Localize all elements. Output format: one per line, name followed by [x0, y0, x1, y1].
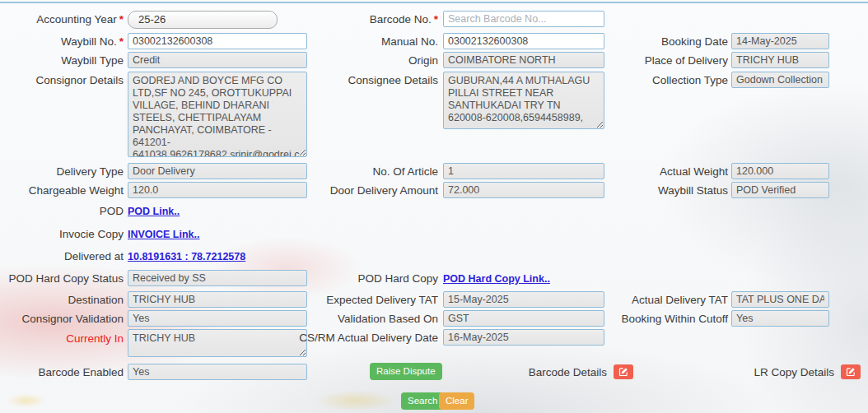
consignor-details-label-text: Consignor Details [35, 74, 124, 86]
no-of-article-label: No. Of Article [296, 165, 438, 179]
barcode-no-input[interactable] [443, 11, 604, 27]
barcode-no-label-text: Barcode No. [370, 13, 432, 26]
csrm-actual-delivery-date-label: CS/RM Actual Delivery Date [296, 332, 438, 345]
destination-label: Destination [2, 294, 124, 307]
pod-hard-copy-status-label: POD Hard Copy Status [2, 272, 124, 285]
waybill-status-input [731, 182, 829, 198]
chargeable-weight-label: Chargeable Weight [2, 184, 124, 197]
actual-delivery-tat-label: Actual Delivery TAT [585, 294, 728, 307]
chargeable-weight-label-text: Chargeable Weight [29, 184, 124, 197]
waybill-type-label-text: Waybill Type [61, 54, 124, 67]
place-of-delivery-label-text: Place of Delivery [645, 54, 728, 67]
delivered-at-coordinates-link[interactable]: 10.8191631 : 78.7212578 [128, 251, 245, 262]
consignor-validation-label: Consignor Validation [2, 313, 124, 326]
currently-in-label: Currently In [2, 332, 124, 346]
required-star: * [434, 13, 438, 26]
lr-copy-details-label: LR Copy Details [721, 366, 834, 379]
lr-copy-details-edit-button[interactable] [841, 364, 861, 379]
barcode-details-edit-button[interactable] [614, 364, 633, 379]
search-button[interactable]: Search [401, 392, 444, 410]
origin-label: Origin [296, 54, 438, 67]
expected-delivery-tat-label: Expected Delivery TAT [296, 294, 438, 307]
pod-hard-copy-status-input [128, 270, 307, 286]
csrm-actual-delivery-date-input [443, 329, 604, 346]
delivery-type-label-text: Delivery Type [56, 165, 124, 178]
waybill-status-label: Waybill Status [585, 184, 728, 197]
actual-delivery-tat-label-text: Actual Delivery TAT [632, 294, 728, 306]
invoice-copy-link[interactable]: INVOICE Link.. [128, 229, 200, 240]
booking-date-label: Booking Date [585, 35, 728, 49]
consignee-details-label-text: Consignee Details [348, 74, 438, 86]
pod-label: POD [2, 205, 124, 218]
origin-label-text: Origin [408, 54, 438, 67]
pod-hard-copy-label-text: POD Hard Copy [357, 272, 438, 285]
waybill-type-input [128, 52, 307, 68]
accounting-year-select[interactable]: 25-26 [128, 11, 278, 29]
collection-type-input [731, 72, 829, 88]
delivery-type-input [128, 163, 307, 179]
edit-pencil-icon [846, 367, 856, 377]
actual-delivery-tat-input [731, 291, 829, 308]
consignor-details-label: Consignor Details [2, 74, 124, 87]
delivered-at-label-text: Delivered at [64, 250, 124, 262]
barcode-no-label: Barcode No.* [296, 13, 438, 26]
pod-label-text: POD [100, 205, 124, 217]
required-star: * [119, 35, 124, 48]
chargeable-weight-input [128, 182, 307, 198]
accounting-year-label: Accounting Year* [2, 13, 124, 26]
raise-dispute-button[interactable]: Raise Dispute [370, 363, 442, 380]
manual-no-label: Manual No. [296, 35, 438, 49]
booking-date-input [731, 33, 829, 49]
waybill-no-label: Waybill No.* [2, 35, 124, 49]
delivered-at-label: Delivered at [2, 250, 124, 263]
destination-label-text: Destination [68, 294, 124, 306]
manual-no-input[interactable] [443, 33, 604, 49]
waybill-status-label-text: Waybill Status [658, 184, 728, 197]
consignee-details-label: Consignee Details [296, 74, 438, 87]
csrm-actual-delivery-date-label-text: CS/RM Actual Delivery Date [299, 332, 438, 344]
expected-delivery-tat-input [443, 291, 604, 308]
delivery-type-label: Delivery Type [2, 165, 124, 179]
currently-in-label-text: Currently In [66, 332, 124, 345]
place-of-delivery-label: Place of Delivery [585, 54, 728, 67]
door-delivery-amount-input [443, 182, 604, 198]
waybill-no-input[interactable] [128, 33, 307, 49]
no-of-article-input [443, 163, 604, 179]
destination-input [128, 291, 307, 308]
collection-type-label: Collection Type [585, 74, 728, 87]
barcode-enabled-label-text: Barcode Enabled [38, 366, 124, 378]
barcode-enabled-label: Barcode Enabled [2, 366, 124, 379]
clear-button[interactable]: Clear [439, 392, 474, 410]
manual-no-label-text: Manual No. [381, 35, 438, 48]
waybill-type-label: Waybill Type [2, 54, 124, 67]
consignee-details-textarea: GUBURAN,44 A MUTHALAGU PILLAI STREET NEA… [443, 72, 604, 129]
booking-within-cutoff-label-text: Booking Within Cutoff [621, 313, 728, 325]
booking-within-cutoff-label: Booking Within Cutoff [585, 313, 728, 326]
barcode-details-label: Barcode Details [494, 366, 607, 379]
origin-input [443, 52, 604, 68]
edit-pencil-icon [618, 367, 628, 377]
validation-based-on-label: Validation Based On [296, 313, 438, 326]
barcode-details-label-text: Barcode Details [529, 366, 607, 378]
actual-weight-label: Actual Weight [585, 165, 728, 179]
validation-based-on-input [443, 310, 604, 327]
consignor-validation-label-text: Consignor Validation [21, 313, 124, 325]
accounting-year-label-text: Accounting Year [36, 13, 117, 26]
required-star: * [119, 13, 124, 26]
pod-hard-copy-status-label-text: POD Hard Copy Status [8, 272, 124, 285]
invoice-copy-label-text: Invocie Copy [59, 228, 124, 240]
waybill-no-label-text: Waybill No. [61, 35, 117, 48]
validation-based-on-label-text: Validation Based On [338, 313, 438, 325]
pod-link[interactable]: POD Link.. [128, 206, 180, 217]
invoice-copy-label: Invocie Copy [2, 228, 124, 241]
top-border-line [0, 2, 868, 3]
pod-hard-copy-link[interactable]: POD Hard Copy Link.. [443, 273, 550, 285]
pod-hard-copy-label: POD Hard Copy [296, 272, 438, 285]
lr-copy-details-label-text: LR Copy Details [754, 366, 834, 378]
booking-within-cutoff-input [731, 310, 829, 327]
consignor-details-textarea: GODREJ AND BOYCE MFG CO LTD,SF NO 245, O… [128, 72, 307, 157]
booking-date-label-text: Booking Date [661, 35, 728, 48]
barcode-enabled-input [128, 364, 307, 380]
actual-weight-label-text: Actual Weight [660, 165, 728, 178]
door-delivery-amount-label-text: Door Delivery Amount [330, 184, 438, 197]
